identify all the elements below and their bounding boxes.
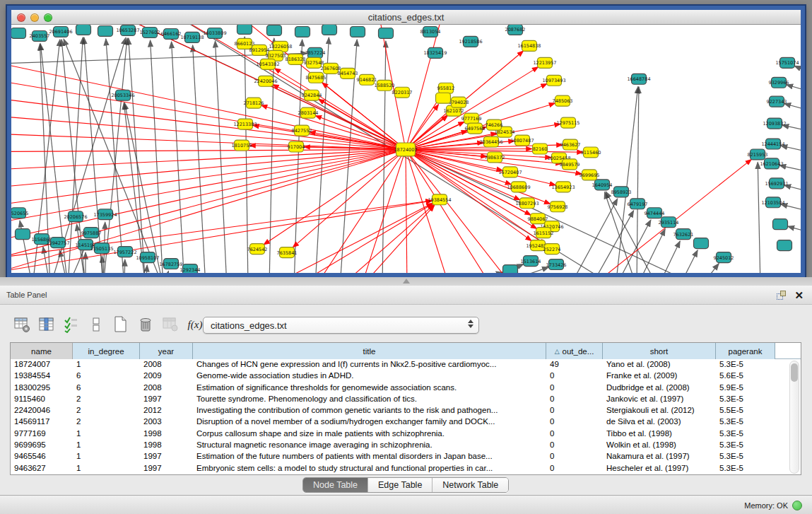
tab-edge-table[interactable]: Edge Table	[368, 478, 433, 492]
clear-selection-icon[interactable]	[87, 315, 105, 334]
table-row[interactable]: 977716911998Corpus callosum shape and si…	[11, 428, 801, 440]
graph-node[interactable]: 2087682	[505, 25, 526, 35]
graph-node[interactable]: 18325419	[423, 47, 447, 58]
graph-node[interactable]: 15692931	[765, 178, 788, 189]
tab-node-table[interactable]: Node Table	[303, 478, 368, 492]
graph-node-hub[interactable]: 18724007	[394, 143, 417, 156]
graph-node[interactable]: 10719138	[180, 32, 204, 42]
graph-node[interactable]: 2520655	[11, 208, 28, 218]
table-vertical-scrollbar[interactable]	[789, 361, 799, 474]
table-row[interactable]: 2242004622012Investigating the contribut…	[11, 405, 801, 416]
table-selector-dropdown[interactable]: citations_edges.txt	[203, 317, 479, 334]
graph-node[interactable]: 16154838	[517, 40, 541, 51]
graph-node[interactable]: 7857224	[305, 47, 326, 58]
graph-node[interactable]: 1292344	[180, 264, 201, 273]
graph-node[interactable]: 13654923	[551, 182, 575, 192]
tab-network-table[interactable]: Network Table	[433, 478, 508, 492]
network-canvas[interactable]: 1872400724035572069140610653287152760264…	[11, 25, 801, 273]
graph-node[interactable]: 1527602	[140, 27, 160, 37]
graph-node[interactable]	[777, 240, 792, 251]
graph-node[interactable]	[773, 219, 788, 230]
delete-table-icon[interactable]	[161, 315, 180, 334]
split-pane-divider[interactable]	[0, 277, 812, 286]
graph-node[interactable]: 9474444	[645, 208, 665, 218]
graph-node[interactable]: 9849579	[560, 159, 580, 170]
graph-node[interactable]: 1615152	[534, 228, 554, 238]
graph-node[interactable]: 10653287	[116, 25, 139, 35]
graph-node[interactable]	[98, 25, 113, 36]
graph-node[interactable]	[295, 26, 310, 37]
graph-node[interactable]	[379, 28, 394, 38]
graph-node[interactable]	[503, 265, 518, 273]
graph-node[interactable]: 9699695	[579, 170, 600, 180]
graph-node[interactable]: 12213957	[533, 57, 556, 68]
graph-node[interactable]: 8186328	[286, 54, 306, 64]
graph-node[interactable]	[694, 238, 709, 249]
graph-node[interactable]: 2803144	[298, 107, 319, 118]
graph-node[interactable]: 15720407	[498, 167, 522, 177]
table-row[interactable]: 1830029562008Estimation of significance …	[11, 382, 801, 394]
function-builder-icon[interactable]: f(x)	[186, 315, 204, 334]
column-header-year[interactable]: year	[140, 343, 193, 359]
close-window-button[interactable]	[17, 13, 25, 22]
graph-node[interactable]: 9756928	[548, 201, 568, 212]
graph-node[interactable]: 16648784	[627, 74, 650, 84]
graph-node[interactable]: 8220317	[392, 87, 413, 98]
graph-node[interactable]: 8813054	[420, 26, 441, 37]
graph-node[interactable]: 9115460	[581, 147, 601, 158]
graph-node[interactable]: 12103504	[761, 197, 784, 208]
graph-node[interactable]: 20364456	[479, 136, 502, 147]
table-row[interactable]: 1456911722003Disruption of a novel membe…	[11, 416, 801, 428]
zoom-window-button[interactable]	[44, 13, 52, 22]
network-window[interactable]: citations_edges.txt 18724007240355720691…	[7, 6, 805, 277]
graph-node[interactable]: 9227343	[767, 96, 787, 107]
graph-node[interactable]	[436, 93, 451, 103]
column-header-out-de-[interactable]: △out_de...	[546, 343, 603, 359]
graph-node[interactable]: 7986372	[485, 152, 505, 163]
graph-node[interactable]: 9245012	[714, 252, 734, 263]
graph-node[interactable]: 16033809	[203, 28, 226, 38]
graph-node[interactable]: 9975887	[81, 228, 102, 238]
column-header-title[interactable]: title	[193, 343, 546, 359]
table-row[interactable]: 946554611997Estimation of the future num…	[11, 451, 801, 462]
graph-node[interactable]: 12444154	[761, 139, 784, 149]
graph-node[interactable]	[322, 25, 337, 35]
column-header-name[interactable]: name	[11, 343, 73, 359]
graph-node[interactable]: 82160	[533, 144, 548, 154]
new-column-icon[interactable]	[112, 315, 130, 334]
graph-node[interactable]: 7624542	[247, 244, 268, 255]
graph-node[interactable]: 8215953	[748, 149, 768, 160]
column-header-in-degree[interactable]: in_degree	[73, 343, 140, 359]
network-graph[interactable]: 1872400724035572069140610653287152760264…	[11, 25, 801, 273]
select-columns-icon[interactable]	[62, 315, 81, 334]
graph-node[interactable]: 8427552	[292, 125, 312, 136]
graph-node[interactable]: 9777169	[461, 113, 482, 124]
table-row[interactable]: 911546021997Tourette syndrome. Phenomeno…	[11, 394, 801, 405]
graph-node[interactable]: 6466162	[161, 28, 182, 39]
graph-node[interactable]: 746266	[486, 119, 503, 130]
graph-node[interactable]: 6479197	[628, 199, 648, 209]
graph-node[interactable]: 9329966	[769, 77, 789, 88]
graph-node[interactable]: 1513614	[521, 256, 541, 267]
graph-node[interactable]: 19218586	[459, 36, 482, 47]
graph-node[interactable]: 8958923	[611, 187, 632, 197]
graph-node[interactable]	[16, 229, 30, 240]
graph-node[interactable]: 20206576	[64, 211, 87, 222]
float-panel-icon[interactable]	[777, 291, 786, 300]
graph-node[interactable]: 9242844	[302, 90, 322, 100]
graph-node[interactable]	[237, 25, 252, 34]
graph-node[interactable]: 17957222	[113, 247, 136, 257]
graph-node[interactable]: 1733426	[546, 259, 567, 270]
column-header-short[interactable]: short	[603, 343, 716, 359]
column-header-pagerank[interactable]: pagerank	[716, 343, 775, 359]
graph-node[interactable]: 2718126	[244, 98, 264, 108]
table-row[interactable]: 969969511998Structural magnetic resonanc…	[11, 440, 801, 451]
graph-node[interactable]: 252274	[543, 244, 561, 255]
graph-node[interactable]: 10688609	[507, 182, 530, 192]
network-window-titlebar[interactable]: citations_edges.txt	[11, 10, 801, 25]
graph-node[interactable]: 955812	[437, 83, 455, 93]
close-panel-icon[interactable]: ✕	[794, 291, 804, 300]
graph-node[interactable]: 7632621	[673, 229, 694, 240]
graph-node[interactable]: 16210643	[760, 158, 783, 169]
memory-ok-indicator[interactable]	[792, 501, 802, 510]
